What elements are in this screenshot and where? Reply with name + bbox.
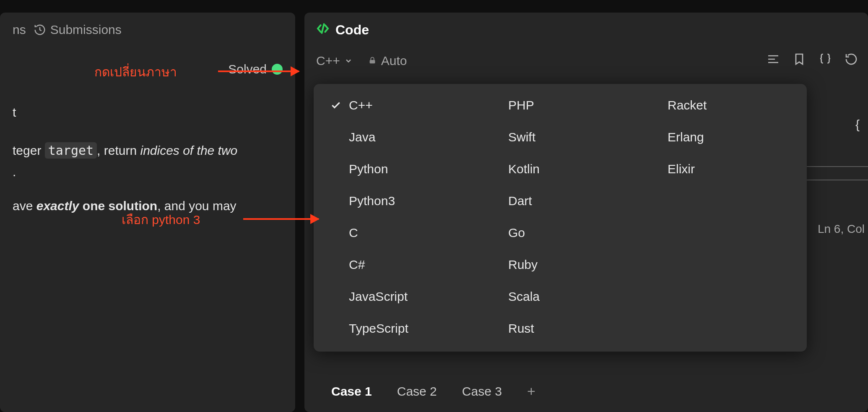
dd-label: Go [508,226,525,240]
code-header: Code [304,13,868,50]
reset-icon[interactable] [845,52,858,69]
history-icon [34,23,46,36]
solved-row: Solved [13,62,283,76]
add-case-button[interactable]: + [527,383,535,399]
dd-label: Erlang [668,130,704,144]
window-topbar [0,0,868,13]
dd-label: Python [349,162,388,176]
solved-dot-icon [272,64,283,75]
editor-toolbar: C++ Auto [304,50,868,76]
tab-case-2[interactable]: Case 2 [397,384,437,399]
dd-label: Scala [508,289,540,304]
dd-label: Ruby [508,258,538,272]
desc-frag: ave [13,199,36,213]
solved-label: Solved [228,62,267,76]
dd-label: TypeScript [349,321,408,336]
tab-description-partial[interactable]: ns [13,23,26,37]
dd-item-erlang[interactable]: Erlang [640,128,799,146]
desc-strong: one solution [79,199,157,213]
format-icon[interactable] [767,52,780,69]
dd-label: C# [349,258,365,272]
cursor-position: Ln 6, Col [818,222,865,236]
code-title: Code [335,22,369,38]
lock-icon [368,54,377,68]
dd-label: JavaScript [349,289,408,304]
dd-item-java[interactable]: Java [321,128,481,146]
dd-label: C++ [349,98,373,112]
dd-item-elixir[interactable]: Elixir [640,160,799,178]
dd-item-go[interactable]: Go [481,224,640,242]
chevron-down-icon [344,54,353,68]
svg-rect-1 [369,60,375,63]
dd-label: Dart [508,194,532,208]
dd-label: Elixir [668,162,695,176]
desc-em: indices of the two [140,143,237,157]
dd-label: Rust [508,321,534,336]
language-selected-label: C++ [316,54,340,68]
dd-item-kotlin[interactable]: Kotlin [481,160,640,178]
tab-case-1[interactable]: Case 1 [331,384,372,399]
desc-frag: , and you may [157,199,236,213]
toolbar-right [767,52,858,69]
tab-description-label: ns [13,23,26,37]
dd-label: C [349,226,358,240]
language-dropdown[interactable]: C++ PHP Racket Java Swift Erlang Python … [314,84,807,352]
dd-item-rust[interactable]: Rust [481,320,640,337]
dd-item-python3[interactable]: Python3 [321,192,481,210]
dd-item-csharp[interactable]: C# [321,256,481,274]
auto-label: Auto [381,54,407,68]
description-panel: ns Submissions Solved t teger target, re… [0,13,295,412]
auto-toggle[interactable]: Auto [368,54,407,68]
tab-submissions-label: Submissions [50,23,122,37]
dd-item-dart[interactable]: Dart [481,192,640,210]
dd-item-python[interactable]: Python [321,160,481,178]
check-icon [330,100,341,111]
dd-label: Swift [508,130,535,144]
main-split: ns Submissions Solved t teger target, re… [0,13,868,412]
left-tabs: ns Submissions [13,23,283,37]
dd-item-typescript[interactable]: TypeScript [321,320,481,337]
code-panel: Code C++ Auto [304,13,868,412]
code-target: target [45,142,97,159]
dd-label: Racket [668,98,707,112]
tab-submissions[interactable]: Submissions [34,23,122,37]
editor-area[interactable]: { [855,117,860,132]
bookmark-icon[interactable] [793,52,806,69]
dd-item-cpp[interactable]: C++ [321,96,481,114]
desc-line-2: teger target, return indices of the two [13,140,283,161]
dd-item-scala[interactable]: Scala [481,288,640,305]
desc-frag: , return [97,143,140,157]
dd-label: Python3 [349,194,395,208]
dd-item-racket[interactable]: Racket [640,96,799,114]
dd-label: PHP [508,98,534,112]
dd-item-php[interactable]: PHP [481,96,640,114]
code-icon [316,22,330,38]
dd-item-ruby[interactable]: Ruby [481,256,640,274]
code-brace: { [855,117,860,131]
desc-line-4: ave exactly one solution, and you may [13,195,283,216]
desc-strong-em: exactly [36,199,79,213]
language-selector[interactable]: C++ [316,54,353,68]
dd-label: Kotlin [508,162,540,176]
desc-line-1: t [13,102,283,123]
dd-item-c[interactable]: C [321,224,481,242]
dd-item-swift[interactable]: Swift [481,128,640,146]
braces-icon[interactable] [819,52,832,69]
dd-item-javascript[interactable]: JavaScript [321,288,481,305]
desc-line-3: . [13,161,283,183]
problem-description: t teger target, return indices of the tw… [13,102,283,216]
tab-case-3[interactable]: Case 3 [462,384,502,399]
desc-frag: teger [13,143,45,157]
toolbar-left: C++ Auto [316,54,407,68]
testcase-tabs: Case 1 Case 2 Case 3 + [331,383,535,399]
dd-label: Java [349,130,375,144]
svg-line-0 [322,24,324,33]
